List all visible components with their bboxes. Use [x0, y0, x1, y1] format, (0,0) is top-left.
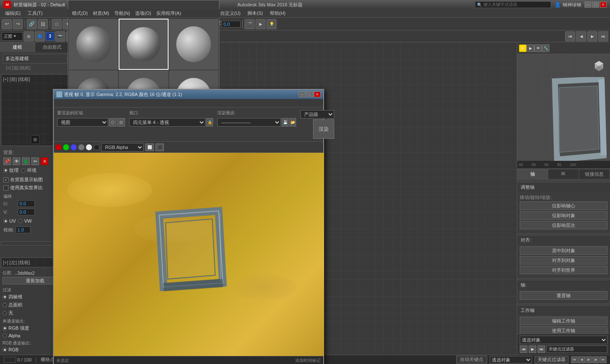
select-object-dropdown[interactable]: 逃选对象 — [520, 336, 607, 344]
blur-input[interactable] — [16, 226, 30, 233]
close-button[interactable]: ✕ — [600, 2, 607, 8]
vw-radio[interactable]: VW — [18, 218, 32, 224]
display-icon1[interactable]: ⬜ — [145, 143, 154, 151]
tab-modeling[interactable]: 建模 — [0, 42, 35, 52]
grid-btn[interactable]: ⊞ — [24, 31, 34, 41]
motion-icon[interactable]: ▶ — [527, 44, 534, 52]
menu-tools[interactable]: 工具(T) — [24, 9, 46, 17]
map-pin-icon[interactable]: 📌 — [3, 157, 11, 165]
preset-load-icon[interactable]: 📂 — [289, 118, 296, 127]
map-delete-icon[interactable]: ✕ — [41, 157, 48, 165]
next-frame[interactable]: ▶ — [587, 31, 597, 41]
viewport-select[interactable]: 四元菜单 4 - 透视 — [129, 118, 205, 127]
affect-pivot-button[interactable]: 仅影响轴心 — [520, 201, 607, 210]
status-play[interactable]: ▶ — [585, 356, 592, 363]
status-select-dropdown[interactable]: 逃选对象 — [490, 356, 532, 364]
tab-freeform[interactable]: 自由形式 — [35, 42, 70, 52]
chan-black[interactable] — [94, 144, 100, 150]
key-filter-button[interactable]: 关键点过滤器 — [535, 356, 568, 364]
maximize-button[interactable]: □ — [592, 2, 599, 8]
center-to-object-button[interactable]: 居中到对象 — [520, 246, 607, 255]
preset-save-icon[interactable]: 💾 — [282, 118, 288, 127]
channel-select[interactable]: RGB Alpha — [101, 143, 144, 152]
chan-green[interactable] — [63, 144, 69, 150]
align-to-object-button[interactable]: 对齐到对象 — [520, 256, 607, 265]
render-max-button[interactable]: □ — [306, 91, 313, 97]
render-min-button[interactable]: ─ — [299, 91, 305, 97]
utilities-icon[interactable]: 🔧 — [542, 44, 549, 52]
display-panel-icon[interactable]: 👁 — [534, 44, 542, 52]
area-icon1[interactable]: ⬡ — [109, 118, 116, 127]
u-input[interactable] — [18, 200, 35, 207]
unlink-button[interactable]: ⛓ — [38, 19, 48, 29]
mat-menu-mode[interactable]: 模式(D) — [69, 10, 90, 17]
affect-object-button[interactable]: 仅影响对象 — [520, 211, 607, 220]
select-link-button[interactable]: 🔗 — [27, 19, 37, 29]
redo-button[interactable]: ↪ — [13, 19, 23, 29]
quality-select[interactable]: 产品级 — [300, 110, 334, 119]
uv-radio[interactable]: UV — [3, 218, 16, 224]
viewport-cube[interactable] — [591, 58, 607, 73]
prev-frame[interactable]: ◀ — [576, 31, 586, 41]
snap-btn[interactable]: 🔵 — [35, 31, 45, 41]
play-anim[interactable]: ⏮ — [565, 31, 575, 41]
chan-white[interactable] — [86, 144, 92, 150]
working-axis-header[interactable]: 工作轴 — [517, 306, 610, 315]
tab-axis[interactable]: 轴 — [517, 169, 548, 179]
chan-gray[interactable] — [78, 144, 84, 150]
active-shade[interactable]: 💡 — [266, 19, 277, 29]
search-placeholder[interactable]: 键入关键字式话语 — [483, 2, 517, 8]
map-edit-icon[interactable]: ✏ — [31, 157, 39, 165]
menu-help[interactable]: 帮助(H) — [266, 9, 289, 17]
area-icon2[interactable]: ⊡ — [117, 118, 125, 127]
bind-space-warp[interactable]: ⬡ — [52, 19, 62, 29]
align-to-world-button[interactable]: 对齐到世界 — [520, 266, 607, 274]
adjust-axis-header[interactable]: 调整轴 — [517, 182, 610, 192]
minimize-button[interactable]: ─ — [585, 2, 591, 8]
status-prev[interactable]: ⏮ — [571, 356, 578, 363]
play-key-button[interactable]: ▶ — [529, 345, 536, 353]
tab-ik[interactable]: IK — [548, 169, 579, 179]
map-eye-icon[interactable]: 👁 — [13, 157, 20, 165]
reset-pivot-button[interactable]: 重置轴 — [520, 291, 607, 300]
mat-menu-utils[interactable]: 实用程序(A) — [154, 10, 184, 17]
affect-hierarchy-button[interactable]: 仅影响层次 — [520, 221, 607, 229]
render-setup[interactable]: 🎬 — [244, 19, 255, 29]
axis-section-header[interactable]: 轴: — [517, 280, 610, 290]
right-3d-viewport[interactable]: 80 85 90 95 100 — [517, 54, 610, 168]
mat-menu-nav[interactable]: 导航(N) — [112, 10, 133, 17]
render-close-button[interactable]: ✕ — [314, 91, 321, 97]
menu-edit[interactable]: 编辑(E) — [2, 9, 24, 17]
next-key-button[interactable]: ⏭ — [538, 345, 545, 353]
chan-blue[interactable] — [71, 144, 77, 150]
menu-custom[interactable]: 自定义(U) — [217, 9, 244, 17]
hierarchy-icon[interactable]: ⊕ — [519, 44, 527, 52]
tab-link-info[interactable]: 链接信息 — [579, 169, 610, 179]
align-header[interactable]: 对齐: — [517, 235, 610, 245]
edit-working-button[interactable]: 编辑工作轴 — [520, 317, 607, 325]
prev-key-button[interactable]: ⏮ — [520, 345, 527, 353]
camera-btn[interactable]: 📷 — [55, 31, 65, 41]
z-input[interactable] — [222, 21, 241, 28]
undo-button[interactable]: ↩ — [2, 19, 12, 29]
mat-menu-options[interactable]: 选项(O) — [133, 10, 154, 17]
render-button[interactable]: 渲染 — [313, 119, 334, 139]
vp-lock-icon[interactable]: 🔒 — [206, 118, 213, 127]
area-select[interactable]: 视图 — [57, 118, 108, 127]
mat-preview-3[interactable] — [169, 19, 219, 70]
viewport-selector[interactable]: 正图 ▼ — [2, 32, 23, 41]
use-working-button[interactable]: 使用工作轴 — [520, 326, 607, 334]
map-tree-icon[interactable]: 🌲 — [22, 157, 30, 165]
mat-menu-material[interactable]: 材质(M) — [90, 10, 112, 17]
v-input[interactable] — [18, 209, 35, 215]
chan-red[interactable] — [55, 144, 61, 150]
last-frame[interactable]: ⏭ — [598, 31, 608, 41]
display-icon2[interactable]: ⬛ — [155, 143, 164, 151]
menu-script[interactable]: 脚本(S) — [244, 9, 266, 17]
texture-radio[interactable]: 纹理 — [3, 166, 19, 174]
status-next-frame[interactable]: ▶ — [593, 356, 599, 363]
mat-preview-2[interactable] — [119, 19, 168, 70]
env-radio[interactable]: 环境 — [21, 166, 36, 174]
status-last[interactable]: ⏭ — [600, 356, 607, 363]
status-prev-frame[interactable]: ◀ — [578, 356, 585, 363]
